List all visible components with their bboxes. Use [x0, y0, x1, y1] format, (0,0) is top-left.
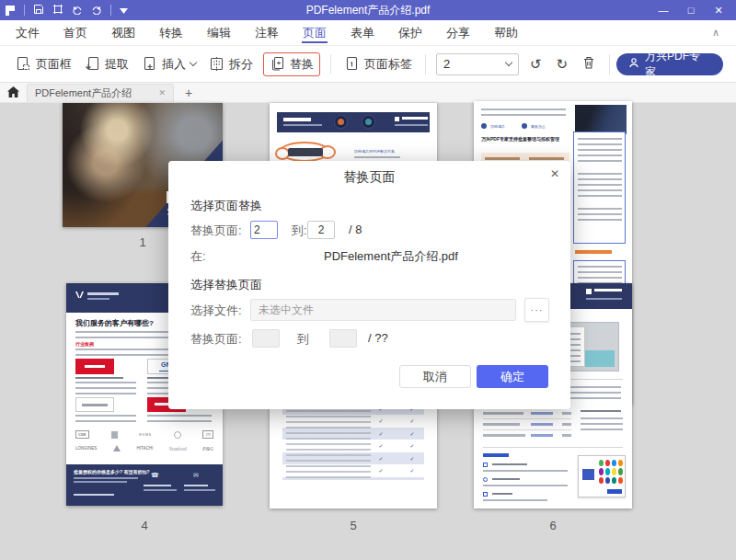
document-tab[interactable]: PDFelement产品介绍 ✕ [27, 84, 174, 102]
menu-bar: 文件 首页 视图 转换 编辑 注释 页面 表单 保护 分享 帮助 ∧ [0, 20, 736, 46]
menu-comment[interactable]: 注释 [243, 20, 291, 45]
menu-protect[interactable]: 保护 [386, 20, 434, 45]
brand-box-outline [75, 397, 114, 412]
dialog-close-icon[interactable]: ✕ [550, 167, 559, 180]
account-label: 万兴PDF专家 [645, 49, 711, 80]
app-logo-icon [6, 6, 16, 16]
redo-icon[interactable] [91, 4, 102, 17]
insert-button[interactable]: 插入 [135, 52, 202, 76]
text-lines [402, 117, 428, 120]
replace-button-highlighted[interactable]: 替换 [263, 52, 320, 76]
undo-icon[interactable] [72, 4, 83, 17]
split-button[interactable]: 拆分 [202, 52, 259, 76]
callout-box [573, 131, 626, 244]
split-label: 拆分 [229, 56, 253, 73]
tab-bar: PDFelement产品介绍 ✕ + [0, 83, 736, 103]
minimize-button[interactable]: — [651, 1, 675, 19]
save-icon[interactable] [33, 4, 44, 17]
text-lines [286, 405, 371, 478]
mail-icon: ✉ [193, 472, 199, 479]
divider [110, 5, 111, 16]
select-file-label: 选择文件: [190, 303, 242, 319]
page4-heading: 我们服务的客户有哪些? [75, 318, 154, 328]
text-lines [283, 124, 322, 126]
text-lines [75, 382, 136, 395]
page-number-value: 2 [443, 57, 450, 71]
cancel-button[interactable]: 取消 [399, 365, 471, 388]
divider [425, 54, 426, 74]
footer-heading: 批量授权的价格是多少? 有没有折扣? [74, 469, 150, 474]
divider [483, 447, 623, 448]
to-page-input[interactable] [307, 221, 335, 239]
delete-page-icon[interactable] [575, 54, 603, 74]
maximize-button[interactable]: □ [679, 1, 703, 19]
menu-edit[interactable]: 编辑 [195, 20, 243, 45]
chevron-down-icon [505, 59, 512, 66]
logo-row-1: CDK EVMS JTI [75, 430, 213, 439]
snapshot-icon[interactable] [52, 4, 63, 17]
menu-form[interactable]: 表单 [339, 20, 386, 45]
wondershare-logo [75, 291, 84, 298]
page-box-icon [16, 56, 31, 72]
account-button[interactable]: 万兴PDF专家 [616, 53, 723, 75]
quick-access-toolbar [6, 4, 128, 17]
badge [334, 115, 348, 129]
split-icon [209, 56, 224, 72]
unknown-total: / ?? [368, 331, 388, 345]
replace-pages-dialog: 替换页面 ✕ 选择页面替换 替换页面: 到: / 8 在: PDFelement… [168, 161, 570, 409]
page-toolbar: 页面框 提取 插入 拆分 替换 页面标签 2 ↺ ↻ [0, 46, 736, 83]
rotate-left-icon[interactable]: ↺ [523, 54, 549, 74]
tab-close-icon[interactable]: ✕ [158, 88, 166, 97]
browse-button[interactable]: ··· [524, 298, 549, 322]
replace-icon [270, 56, 285, 72]
user-icon [628, 57, 639, 71]
new-tab-button[interactable]: + [181, 86, 196, 100]
extract-button[interactable]: 提取 [78, 52, 135, 76]
replace-label: 替换 [290, 56, 314, 73]
select-source-heading: 选择替换页面 [190, 277, 262, 293]
title-bar: PDFelement产品介绍.pdf — □ ✕ [0, 0, 736, 20]
text-lines [283, 118, 311, 121]
check-column-1: ✓ ✓ ✓ ✓ ✓ ✓ [372, 404, 390, 477]
replace-pages-label-2: 替换页面: [190, 331, 242, 348]
page-number-select[interactable]: 2 [436, 53, 519, 75]
insert-label: 插入 [162, 56, 186, 73]
to-label-2: 到 [297, 331, 309, 348]
file-path-field[interactable]: 未选中文件 [250, 299, 516, 321]
brand-box-red [75, 359, 114, 374]
menu-share[interactable]: 分享 [434, 20, 482, 45]
logo-shape [111, 431, 118, 439]
menu-help[interactable]: 帮助 [482, 20, 530, 45]
logo-shape [113, 445, 121, 451]
mini-screenshot [578, 455, 626, 497]
orange-label [575, 250, 612, 254]
menu-page-active[interactable]: 页面 [291, 20, 339, 45]
to-label: 到: [292, 223, 307, 239]
home-icon[interactable] [7, 85, 19, 101]
page-label-button[interactable]: 页面标签 [338, 52, 419, 76]
close-button[interactable]: ✕ [707, 1, 730, 19]
menu-view[interactable]: 视图 [99, 20, 147, 45]
footer-band: 批量授权的价格是多少? 有没有折扣? ☎ ✉ [66, 464, 223, 506]
text-lines [581, 417, 623, 432]
logo-row-2: LONGINES HITACHI Stanford P&G [75, 445, 213, 451]
total-pages: / 8 [349, 223, 362, 236]
banner [277, 112, 430, 132]
extract-label: 提取 [105, 56, 129, 73]
menu-file[interactable]: 文件 [4, 20, 52, 45]
menu-convert[interactable]: 转换 [147, 20, 195, 45]
customize-dropdown-icon[interactable] [120, 4, 128, 17]
page-box-button[interactable]: 页面框 [9, 52, 78, 76]
from-page-input[interactable] [250, 221, 278, 239]
menu-home[interactable]: 首页 [52, 20, 99, 45]
replace-pages-label: 替换页面: [190, 223, 242, 239]
blue-heading [483, 453, 509, 457]
source-to-input-disabled [329, 329, 357, 348]
ok-button[interactable]: 确定 [477, 365, 548, 388]
collapse-ribbon-icon[interactable]: ∧ [699, 20, 732, 45]
feature-row: 功能强大 高效办公 [481, 123, 546, 129]
rotate-right-icon[interactable]: ↻ [549, 54, 576, 74]
caption: 功能强大的PDF解决方案 [354, 149, 395, 154]
check-column-2: ✓ ✓ ✓ ✓ ✓ ✓ [403, 404, 421, 477]
divider [609, 54, 610, 74]
